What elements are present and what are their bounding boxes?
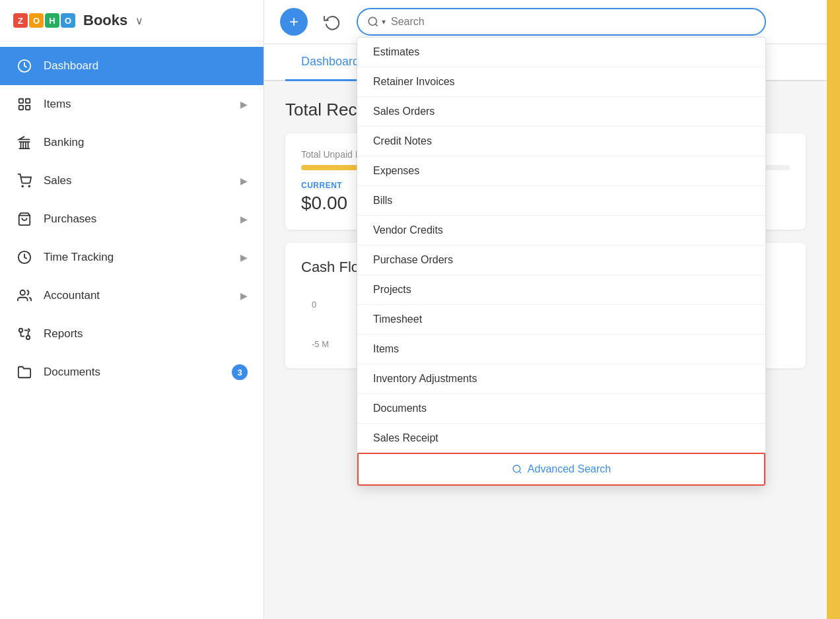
app-name: Books [83,12,127,29]
sidebar-item-label: Banking [44,136,248,149]
logo-area: Z O H O Books ∨ [0,0,263,42]
dropdown-item-documents[interactable]: Documents [357,394,765,424]
chevron-right-icon: ▶ [240,176,248,186]
zoho-logo: Z O H O [13,13,75,28]
svg-point-15 [20,290,25,295]
dropdown-item-sales-orders[interactable]: Sales Orders [357,97,765,127]
dropdown-item-projects[interactable]: Projects [357,275,765,305]
svg-line-19 [28,331,30,333]
reports-icon [16,325,33,342]
svg-rect-4 [26,106,30,110]
accountant-icon [16,287,33,304]
svg-line-24 [519,471,521,473]
svg-rect-2 [26,99,30,103]
chevron-right-icon: ▶ [240,252,248,263]
items-icon [16,96,33,113]
advanced-search-label: Advanced Search [528,463,611,475]
advanced-search-button[interactable]: Advanced Search [357,453,765,486]
dropdown-item-retainer-invoices[interactable]: Retainer Invoices [357,67,765,97]
svg-rect-3 [19,106,23,110]
sidebar-item-time-tracking[interactable]: Time Tracking ▶ [0,238,263,277]
sales-icon [16,172,33,189]
sidebar-item-label: Sales [44,174,230,187]
documents-badge: 3 [232,364,248,380]
dropdown-item-sales-receipt[interactable]: Sales Receipt [357,424,765,453]
chart-zero-label: 0 [312,300,316,310]
main-content: + ▾ Estimates Retainer Invoices [264,0,827,619]
documents-icon [16,364,33,381]
sidebar-item-label: Reports [44,327,248,341]
add-button[interactable]: + [280,8,308,36]
dropdown-item-credit-notes[interactable]: Credit Notes [357,127,765,156]
dropdown-item-expenses[interactable]: Expenses [357,156,765,186]
purchases-icon [16,211,33,228]
svg-rect-1 [19,99,23,103]
svg-point-12 [28,185,30,187]
logo-h: H [45,13,59,28]
history-button[interactable] [318,8,346,36]
sidebar-item-items[interactable]: Items ▶ [0,85,263,123]
right-accent-panel [827,0,840,619]
sidebar-item-accountant[interactable]: Accountant ▶ [0,277,263,315]
sidebar-item-documents[interactable]: Documents 3 [0,353,263,391]
sidebar-item-sales[interactable]: Sales ▶ [0,162,263,200]
svg-line-22 [375,24,377,26]
search-icon-left: ▾ [367,16,386,28]
sidebar-item-reports[interactable]: Reports [0,315,263,353]
search-filter-arrow[interactable]: ▾ [382,17,386,26]
dropdown-item-items[interactable]: Items [357,335,765,364]
topbar: + ▾ Estimates Retainer Invoices [264,0,827,44]
dropdown-item-estimates[interactable]: Estimates [357,38,765,67]
sidebar: Z O H O Books ∨ Dashboard [0,0,264,619]
dropdown-item-purchase-orders[interactable]: Purchase Orders [357,245,765,275]
logo-o2: O [61,13,75,28]
svg-line-20 [28,329,30,331]
sidebar-item-label: Items [44,98,230,111]
sidebar-item-banking[interactable]: Banking [0,123,263,162]
sidebar-item-label: Documents [44,366,221,379]
sidebar-item-purchases[interactable]: Purchases ▶ [0,200,263,238]
svg-point-17 [26,336,30,340]
logo-o: O [29,13,44,28]
search-input[interactable] [357,8,766,36]
svg-point-23 [513,465,520,472]
time-tracking-icon [16,249,33,266]
chevron-right-icon: ▶ [240,99,248,110]
dropdown-list: Estimates Retainer Invoices Sales Orders… [357,38,765,453]
logo-z: Z [13,13,28,28]
app-chevron[interactable]: ∨ [135,15,143,27]
banking-icon [16,134,33,151]
chevron-right-icon: ▶ [240,290,248,301]
sidebar-item-dashboard[interactable]: Dashboard [0,47,263,85]
sidebar-item-label: Time Tracking [44,251,230,264]
search-container: ▾ Estimates Retainer Invoices Sales Orde… [357,8,766,36]
dashboard-icon [16,57,33,75]
dropdown-item-inventory-adjustments[interactable]: Inventory Adjustments [357,364,765,394]
sidebar-item-label: Accountant [44,289,230,302]
svg-point-11 [22,185,23,187]
chart-neg-label: -5 M [312,339,329,349]
sidebar-nav: Dashboard Items ▶ [0,42,263,619]
dropdown-item-timesheet[interactable]: Timesheet [357,305,765,335]
dropdown-item-bills[interactable]: Bills [357,186,765,216]
chevron-right-icon: ▶ [240,214,248,224]
sidebar-item-label: Purchases [44,212,230,226]
search-dropdown: Estimates Retainer Invoices Sales Orders… [357,37,766,486]
svg-point-16 [19,329,23,333]
svg-point-21 [368,17,376,25]
dropdown-item-vendor-credits[interactable]: Vendor Credits [357,216,765,245]
sidebar-item-label: Dashboard [44,59,248,73]
